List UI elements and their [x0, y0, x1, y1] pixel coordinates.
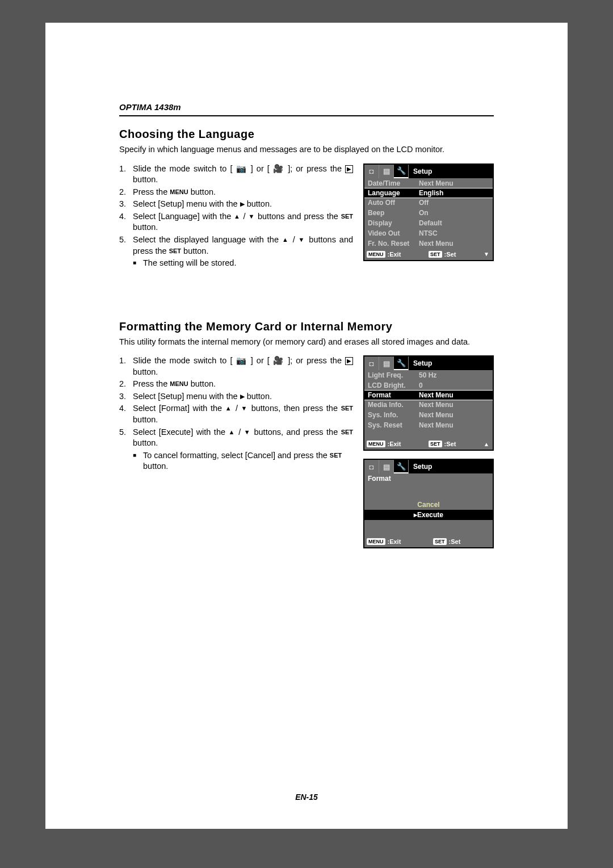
lcd-row: Date/TimeNext Menu [364, 178, 493, 188]
tab-list-icon: ▤ [379, 165, 394, 178]
set-button-label: SET [341, 429, 353, 435]
right-triangle-icon: ▶ [240, 200, 245, 207]
step-5: 5. Select [Execute] with the ▲ / ▼ butto… [119, 427, 353, 449]
lcd-option-cancel: Cancel [364, 500, 493, 510]
up-triangle-icon: ▲ [282, 236, 289, 243]
tab-camera-icon: ◘ [364, 460, 379, 473]
menu-button-label: MENU [170, 188, 188, 195]
lcd-row-highlight: FormatNext Menu [364, 390, 493, 400]
step-2: 2. Press the MENU button. [119, 187, 353, 198]
down-triangle-icon: ▼ [241, 405, 249, 412]
camera-icon: 📷 [236, 356, 247, 365]
set-button-label: SET [169, 248, 181, 254]
square-bullet-icon: ■ [133, 258, 143, 269]
tab-camera-icon: ◘ [364, 165, 379, 178]
set-chip: SET [433, 538, 447, 545]
lcd-footer: MENU :Exit SET :Set ▲ [364, 438, 493, 450]
lcd-row: Video OutNTSC [364, 228, 493, 238]
scroll-up-icon: ▲ [484, 441, 490, 447]
menu-button-label: MENU [170, 380, 188, 387]
header-rule [119, 115, 494, 116]
section-body-language: 1. Slide the mode switch to [ 📷 ] or [ 🎥… [119, 163, 494, 269]
tab-camera-icon: ◘ [364, 357, 379, 370]
lcd-row-highlight: LanguageEnglish [364, 188, 493, 198]
steps-format: 1. Slide the mode switch to [ 📷 ] or [ 🎥… [119, 355, 353, 556]
page-number: EN-15 [45, 792, 568, 802]
up-triangle-icon: ▲ [234, 213, 241, 220]
tab-wrench-icon: 🔧 [394, 165, 409, 178]
lcd-row: Media Info.Next Menu [364, 400, 493, 410]
lcd-row: Auto OffOff [364, 198, 493, 208]
right-triangle-icon: ▶ [240, 393, 245, 400]
lcd-title: Setup [409, 165, 493, 178]
lcd-panel-format: ◘ ▤ 🔧 Setup Light Freq.50 Hz LCD Bright.… [363, 355, 494, 556]
video-icon: 🎥 [273, 164, 284, 173]
down-triangle-icon: ▼ [244, 429, 251, 435]
scroll-down-icon: ▼ [484, 251, 490, 257]
section-body-format: 1. Slide the mode switch to [ 📷 ] or [ 🎥… [119, 355, 494, 556]
down-triangle-icon: ▼ [299, 236, 306, 243]
tab-list-icon: ▤ [379, 460, 394, 473]
manual-page: OPTIMA 1438m Choosing the Language Speci… [45, 23, 568, 829]
step-1: 1. Slide the mode switch to [ 📷 ] or [ 🎥… [119, 355, 353, 378]
video-icon: 🎥 [273, 356, 284, 365]
lcd-screen-setup-1: ◘ ▤ 🔧 Setup Date/TimeNext Menu LanguageE… [363, 163, 494, 261]
play-icon: ▶ [345, 165, 353, 173]
step-2: 2. Press the MENU button. [119, 379, 353, 390]
lcd-footer: MENU :Exit SET :Set [364, 536, 493, 547]
tab-list-icon: ▤ [379, 357, 394, 370]
step-3: 3. Select [Setup] menu with the ▶ button… [119, 391, 353, 402]
set-chip: SET [429, 251, 442, 258]
step-4: 4. Select [Language] with the ▲ / ▼ butt… [119, 211, 353, 233]
lcd-row: Sys. ResetNext Menu [364, 420, 493, 430]
section-title-language: Choosing the Language [119, 128, 494, 141]
page-header-model: OPTIMA 1438m [119, 102, 494, 112]
down-triangle-icon: ▼ [248, 213, 255, 220]
menu-chip: MENU [367, 441, 385, 447]
step-1: 1. Slide the mode switch to [ 📷 ] or [ 🎥… [119, 163, 353, 186]
section-title-format: Formatting the Memory Card or Internal M… [119, 320, 494, 333]
step-5: 5. Select the displayed language with th… [119, 234, 353, 257]
lcd-screen-setup-2b: ◘ ▤ 🔧 Setup Format Cancel ▸Execute [363, 459, 494, 548]
lcd-footer: MENU :Exit SET :Set ▼ [364, 249, 493, 260]
tab-wrench-icon: 🔧 [394, 357, 409, 370]
lcd-heading: Format [364, 473, 493, 484]
steps-language: 1. Slide the mode switch to [ 📷 ] or [ 🎥… [119, 163, 353, 269]
set-button-label: SET [341, 405, 353, 412]
tab-wrench-icon: 🔧 [394, 460, 409, 473]
lcd-row: DisplayDefault [364, 218, 493, 228]
section-intro-language: Specify in which language menus and mess… [119, 144, 494, 156]
up-triangle-icon: ▲ [228, 429, 235, 435]
set-button-label: SET [341, 213, 353, 220]
set-chip: SET [429, 441, 442, 447]
lcd-row: Fr. No. ResetNext Menu [364, 238, 493, 249]
lcd-option-execute: ▸Execute [364, 510, 493, 520]
lcd-row: BeepOn [364, 208, 493, 218]
lcd-title: Setup [409, 357, 493, 370]
lcd-row: Light Freq.50 Hz [364, 370, 493, 380]
menu-chip: MENU [367, 538, 385, 545]
step-5-bullet: ■ The setting will be stored. [133, 258, 353, 269]
lcd-row: LCD Bright.0 [364, 380, 493, 391]
menu-chip: MENU [367, 251, 385, 258]
lcd-row: Sys. Info.Next Menu [364, 410, 493, 420]
play-icon: ▶ [345, 357, 353, 365]
step-4: 4. Select [Format] with the ▲ / ▼ button… [119, 403, 353, 425]
lcd-panel-language: ◘ ▤ 🔧 Setup Date/TimeNext Menu LanguageE… [363, 163, 494, 269]
step-5-bullet: ■ To cancel formatting, select [Cancel] … [133, 450, 353, 472]
up-triangle-icon: ▲ [225, 405, 233, 412]
camera-icon: 📷 [236, 164, 247, 173]
square-bullet-icon: ■ [133, 450, 143, 472]
set-button-label: SET [330, 452, 342, 459]
lcd-screen-setup-2a: ◘ ▤ 🔧 Setup Light Freq.50 Hz LCD Bright.… [363, 355, 494, 451]
section-intro-format: This utility formats the internal memory… [119, 337, 494, 348]
lcd-title: Setup [409, 460, 493, 473]
step-3: 3. Select [Setup] menu with the ▶ button… [119, 199, 353, 210]
